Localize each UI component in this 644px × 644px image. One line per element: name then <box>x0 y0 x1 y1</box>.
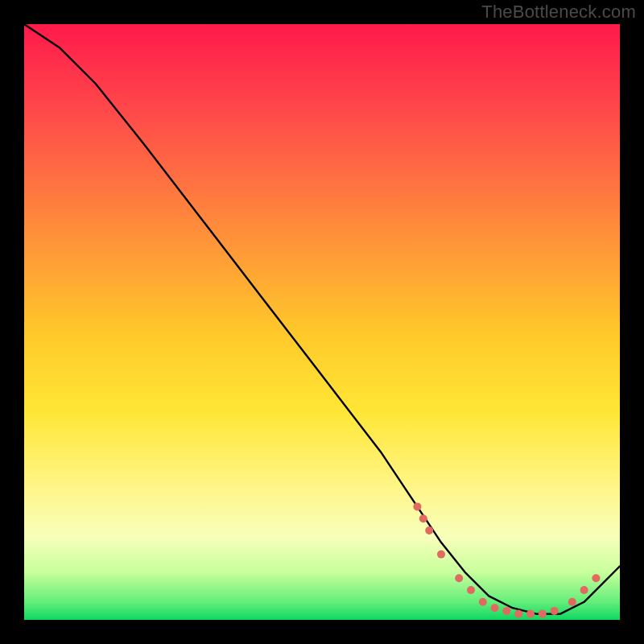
curve-marker <box>539 610 547 618</box>
curve-marker <box>592 574 600 582</box>
curve-marker <box>580 586 588 594</box>
curve-marker <box>502 607 510 615</box>
curve-marker <box>455 574 463 582</box>
watermark-text: TheBottleneck.com <box>481 2 636 23</box>
curve-marker <box>526 610 535 618</box>
curve-marker <box>568 598 576 606</box>
curve-markers <box>413 502 600 617</box>
curve-marker <box>467 586 475 594</box>
curve-marker <box>551 607 559 615</box>
curve-layer <box>24 24 620 620</box>
curve-marker <box>437 551 445 559</box>
curve-marker <box>514 610 522 618</box>
curve-marker <box>419 514 427 522</box>
bottleneck-curve <box>24 24 620 614</box>
plot-area <box>24 24 620 620</box>
chart-frame: TheBottleneck.com <box>0 0 644 644</box>
curve-marker <box>413 502 421 510</box>
curve-marker <box>425 526 433 535</box>
curve-marker <box>479 598 487 606</box>
curve-marker <box>491 604 499 612</box>
